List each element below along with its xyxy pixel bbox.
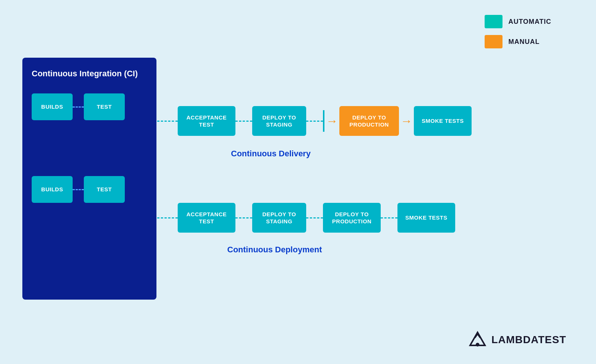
conn3-deploy [306,217,323,218]
deployment-label: Continuous Deployment [227,245,322,255]
ci-box: Continuous Integration (CI) BUILDS TEST … [22,58,156,300]
deploy-production-deploy: DEPLOY TO PRODUCTION [323,203,381,233]
conn2-delivery [235,121,252,122]
acceptance-test-delivery: ACCEPTANCE TEST [178,106,235,136]
conn3-delivery [306,121,323,122]
arrow-delivery: → [324,115,339,127]
manual-swatch [485,35,503,48]
deployment-pipeline-row: ACCEPTANCE TEST DEPLOY TO STAGING DEPLOY… [157,203,455,233]
legend-manual: MANUAL [485,35,551,48]
delivery-label: Continuous Delivery [231,149,311,159]
smoke-tests-deploy: SMOKE TESTS [397,203,455,233]
arrow2-delivery: → [399,115,414,127]
smoke-tests-delivery: SMOKE TESTS [414,106,472,136]
automatic-swatch [485,15,503,28]
conn1-delivery [157,121,178,122]
lambdatest-logo: LAMBDATEST [468,331,566,349]
conn1-deploy [157,217,178,218]
deploy-staging-delivery: DEPLOY TO STAGING [252,106,306,136]
svg-point-0 [476,343,479,347]
manual-label: MANUAL [508,38,540,46]
legend-automatic: AUTOMATIC [485,15,551,28]
legend: AUTOMATIC MANUAL [485,15,551,48]
logo-text: LAMBDATEST [491,334,566,346]
ci-title: Continuous Integration (CI) [32,69,147,79]
ci-delivery-builds: BUILDS [32,93,73,120]
ci-deploy-test: TEST [84,176,125,203]
acceptance-test-deploy: ACCEPTANCE TEST [178,203,235,233]
conn4-deploy [381,217,397,218]
conn2-deploy [235,217,252,218]
ci-deploy-builds: BUILDS [32,176,73,203]
deploy-production-delivery: DEPLOY TO PRODUCTION [339,106,399,136]
ci-delivery-test: TEST [84,93,125,120]
lambdatest-icon [468,331,487,349]
deploy-staging-deploy: DEPLOY TO STAGING [252,203,306,233]
delivery-pipeline-row: ACCEPTANCE TEST DEPLOY TO STAGING → DEPL… [157,106,472,136]
automatic-label: AUTOMATIC [508,18,551,26]
